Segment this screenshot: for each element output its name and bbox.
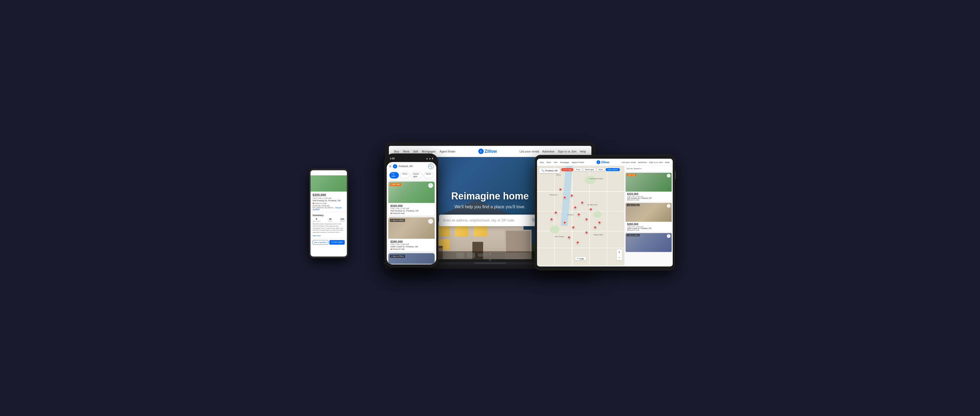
tablet-nav-sign-in[interactable]: Sign in or Join — [649, 161, 663, 164]
map-pin-3[interactable] — [570, 194, 573, 197]
phone-listing-3[interactable]: 1 day on Zillow — [388, 253, 435, 264]
tablet-listing-2-info: $280,000 3 bd | 2 ba | 1,800 sqft 1065 L… — [625, 222, 671, 232]
phone-status-icons: ▲ ▲ ▮ — [426, 157, 433, 160]
tablet-screen: Buy Rent Sell Mortgage Agent Finder Z Zi… — [537, 159, 673, 266]
map-zoom-out-button[interactable]: − — [617, 255, 622, 260]
sp-listing-image — [310, 175, 347, 191]
tablet-nav-help[interactable]: Help — [665, 161, 669, 164]
laptop-nav-advertise[interactable]: Advertise — [542, 150, 555, 153]
laptop-nav-left: Buy Rent Sell Mortgages Agent finder — [394, 150, 456, 153]
map-pin-12[interactable] — [563, 221, 566, 224]
laptop-nav-agent-finder[interactable]: Agent finder — [439, 150, 455, 153]
phone-listing-2-specs: 3 bd | 2 ba | 1,800 sqft — [390, 243, 433, 245]
phone-listing-2-save[interactable]: ♡ — [428, 219, 433, 224]
phone-filter-home-type[interactable]: Home type — [411, 172, 423, 179]
map-pin-11[interactable] — [572, 226, 575, 229]
map-filter-for-sale[interactable]: ● For sale — [561, 168, 573, 171]
phone-filter-price[interactable]: Price — [400, 172, 410, 179]
laptop-nav-sign-in[interactable]: Sign in or Join — [558, 150, 577, 153]
sp-share-icon[interactable]: ↑ — [340, 171, 342, 174]
map-draw-button[interactable]: ✏ Draw — [575, 257, 586, 260]
scroll-down-arrow: ↓ — [489, 251, 491, 255]
phone-app-nav-left: ≡ Z Portland, OR — [390, 164, 413, 168]
sp-back-icon[interactable]: ‹ — [313, 171, 313, 174]
map-pin-9[interactable] — [593, 226, 597, 229]
laptop-search-bar[interactable]: Enter an address, neighborhood, city, or… — [439, 214, 541, 226]
sp-ask-question-button[interactable]: Ask a question — [313, 240, 329, 245]
laptop-nav-list-rental[interactable]: List your rental — [520, 150, 539, 153]
map-filter-price[interactable]: Price — [574, 168, 582, 171]
laptop-nav-sell[interactable]: Sell — [413, 150, 418, 153]
map-label-portland: Portland — [568, 214, 573, 215]
sp-stat-saves-val: 121 — [340, 218, 345, 220]
map-pin-5[interactable] — [577, 213, 580, 216]
map-pin-10[interactable] — [585, 231, 588, 234]
sp-heart-icon[interactable]: ♡ — [337, 171, 339, 174]
sp-actions: Ask a question Contact agent — [310, 238, 347, 246]
phone-listing-1[interactable]: FOR YOU ♡ $320,000 3 bd | 3 ba | 2,100 s… — [388, 181, 435, 215]
tablet-sort-bar[interactable]: Sort by: Newest ▾ — [625, 166, 673, 172]
laptop-nav-help[interactable]: Help — [580, 150, 586, 153]
laptop-nav-mortgages[interactable]: Mortgages — [422, 150, 436, 153]
tablet-listing-3-image: 1 day on Zillow ♡ — [625, 233, 671, 252]
sp-forward-icon[interactable]: › — [314, 171, 315, 174]
tablet-listing-1-status-dot — [627, 199, 628, 201]
tablet-listing-2-save[interactable]: ♡ — [667, 204, 671, 208]
laptop-nav-buy[interactable]: Buy — [394, 150, 399, 153]
tablet-nav-advertise[interactable]: Advertise — [638, 161, 647, 164]
phone-location[interactable]: Portland, OR — [399, 165, 413, 167]
phone-listing-3-badge: 1 day on Zillow — [390, 255, 405, 258]
map-pin-4[interactable] — [574, 206, 577, 209]
laptop-nav-rent[interactable]: Rent — [403, 150, 409, 153]
map-pin-17[interactable] — [550, 218, 553, 221]
map-pin-16[interactable] — [554, 211, 557, 214]
phone-hamburger-icon[interactable]: ≡ — [390, 164, 391, 168]
map-save-search-button[interactable]: Save search — [606, 168, 620, 171]
map-zoom-in-button[interactable]: + — [617, 250, 622, 255]
tablet-nav-buy[interactable]: Buy — [540, 161, 544, 164]
phone-listing-1-save[interactable]: ♡ — [428, 183, 433, 188]
tablet-nav-sell[interactable]: Sell — [554, 161, 557, 164]
tablet-power-button[interactable] — [675, 171, 676, 179]
sp-description: Beautiful modern Signature Home in the h… — [313, 223, 345, 234]
tablet-nav-list-rental[interactable]: List your rental — [622, 161, 636, 164]
phone-listing-2-status: House for sale — [390, 248, 433, 250]
tablet-logo-text[interactable]: Zillow — [601, 161, 609, 164]
map-filter-more[interactable]: More — [597, 168, 605, 171]
tablet-nav-agent-finder[interactable]: Agent Finder — [572, 161, 584, 164]
main-scene: ‹ › ♡ ↑ ··· $320,000 3 bd | 3 ba | 2,100… — [302, 114, 679, 302]
phone-search-button[interactable]: 🔍 — [428, 164, 434, 169]
tablet-nav-rent[interactable]: Rent — [546, 161, 551, 164]
sp-payment: Est. payment: $1,535/mo Get pre-qualifie… — [313, 207, 345, 210]
tablet-listing-card-1[interactable]: FOR YOU ♡ $320,000 3 bd | 3 ba | 2,100 s… — [625, 173, 671, 202]
map-road-h1 — [537, 191, 624, 192]
laptop-logo-text[interactable]: Zillow — [485, 149, 497, 154]
phone-listing-2[interactable]: 1 day on Zillow ♡ $280,000 3 bd | 2 ba |… — [388, 217, 435, 251]
tablet-listing-1-save[interactable]: ♡ — [667, 174, 671, 178]
tablet-listing-3-save[interactable]: ♡ — [667, 234, 671, 238]
tablet-listing-1-status: House for sale — [627, 199, 670, 201]
map-search-text: Portland, OR — [545, 169, 558, 172]
map-pin-14[interactable] — [576, 241, 579, 244]
tablet-listing-card-2[interactable]: 1 day on Zillow ♡ $280,000 3 bd | 2 ba |… — [625, 203, 671, 232]
map-pin-15[interactable] — [598, 221, 601, 224]
sp-contact-agent-button[interactable]: Contact agent — [329, 240, 345, 245]
phone-filter-for-sale[interactable]: For sale — [390, 172, 399, 179]
phone-device: 1:22 ▲ ▲ ▮ ≡ Z Portland, OR — [385, 153, 438, 267]
map-filter-home-type[interactable]: Home type — [583, 168, 596, 171]
map-search-bar[interactable]: 🔍 Portland, OR — [539, 168, 560, 173]
tablet-device: Buy Rent Sell Mortgage Agent Finder Z Zi… — [535, 155, 675, 270]
phone-filter-more[interactable]: More — [424, 172, 433, 179]
map-pin-6[interactable] — [581, 201, 584, 204]
tablet-listing-card-3[interactable]: 1 day on Zillow ♡ — [625, 233, 671, 252]
tablet-listing-2-price: $280,000 — [627, 223, 670, 226]
phone-signal-icon: ▲ — [426, 157, 428, 160]
map-road-h4 — [537, 248, 624, 249]
map-label-tigard: Lake Oswego — [554, 236, 564, 237]
sp-see-more-link[interactable]: See more — [313, 235, 345, 237]
map-road-v2 — [572, 166, 573, 266]
tablet-nav-mortgage[interactable]: Mortgage — [560, 161, 569, 164]
sp-header: ‹ › ♡ ↑ ··· — [310, 170, 347, 175]
sp-more-icon[interactable]: ··· — [342, 171, 345, 174]
tablet-map[interactable]: Airport Government Island Beaverton Port… — [537, 166, 624, 266]
